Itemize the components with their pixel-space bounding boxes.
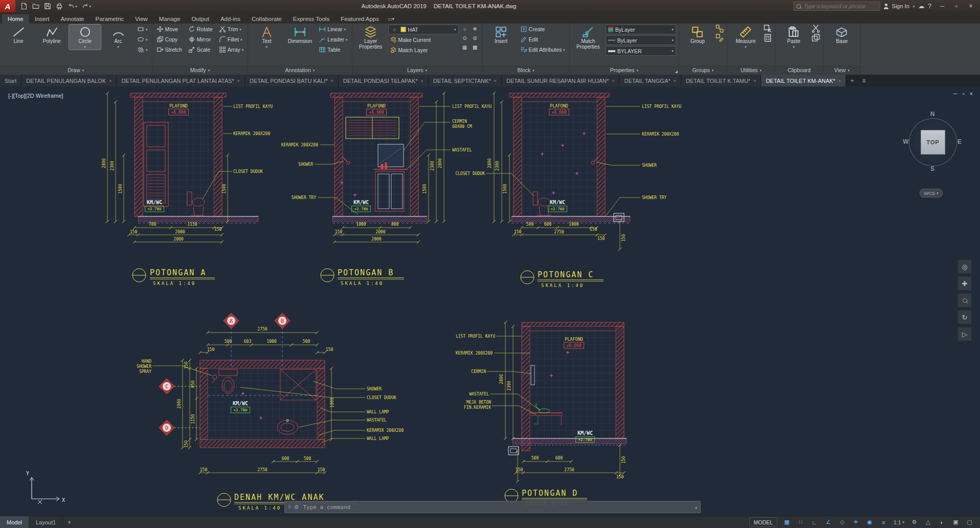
command-input[interactable]: [302, 503, 692, 511]
viewcube[interactable]: N W E S TOP: [903, 110, 963, 170]
file-tab-detail-tangga[interactable]: DETAIL TANGGA*×: [619, 75, 681, 86]
tab-close-icon[interactable]: ×: [838, 78, 841, 83]
panel-label-view[interactable]: View▾: [823, 65, 860, 75]
ribbon-polyline-button[interactable]: Polyline: [36, 25, 68, 46]
tab-close-icon[interactable]: ×: [421, 78, 424, 83]
viewcube-top-face[interactable]: TOP: [921, 130, 945, 155]
ribbon-match-layer-button[interactable]: Match Layer: [388, 46, 459, 55]
ribbon-quick-calc-button[interactable]: [763, 34, 772, 42]
command-line[interactable]: ⠿ ⚙ ▴: [284, 501, 701, 513]
panel-label-clipboard[interactable]: Clipboard: [775, 65, 823, 75]
ribbon-tab-home[interactable]: Home: [2, 14, 29, 24]
ribbon-leader-button[interactable]: Leader▾: [317, 35, 349, 44]
ribbon-group-button[interactable]: Group: [682, 25, 714, 46]
ribbon-move-button[interactable]: Move: [155, 25, 184, 34]
panel-label-layers[interactable]: Layers▾: [352, 65, 482, 75]
ribbon-paste-button[interactable]: Paste▾: [778, 25, 810, 50]
search-input[interactable]: [803, 3, 877, 10]
viewcube-west[interactable]: W: [903, 138, 908, 145]
ribbon-make-current-button[interactable]: Make Current: [388, 35, 459, 45]
ribbon-tab-view[interactable]: View: [129, 14, 153, 24]
a360-cloud-icon[interactable]: ☁: [918, 3, 924, 9]
tab-close-icon[interactable]: ×: [494, 78, 497, 83]
dialog-launcher-icon[interactable]: ◢: [675, 70, 677, 74]
ribbon-circle-button[interactable]: Circle▾: [69, 25, 101, 50]
ribbon-mirror-button[interactable]: Mirror: [187, 35, 214, 44]
layer-tool-icon[interactable]: ⊙: [460, 34, 470, 42]
plot-button[interactable]: [54, 2, 65, 11]
object-snap-toggle[interactable]: ◉: [863, 517, 876, 527]
object-isolate-toggle[interactable]: ◐: [936, 517, 948, 527]
ribbon-ungroup-button[interactable]: [715, 25, 724, 33]
tab-close-icon[interactable]: ×: [753, 78, 756, 83]
ribbon-tab-collaborate[interactable]: Collaborate: [246, 14, 287, 24]
new-drawing-tab-button[interactable]: +: [846, 75, 858, 86]
ribbon-cut-button[interactable]: [811, 25, 820, 33]
new-layout-button[interactable]: +: [63, 516, 76, 528]
help-icon[interactable]: ?: [928, 3, 931, 9]
file-tab-detail-toilet-k-tamu[interactable]: DETAIL TOILET K.TAMU*×: [681, 75, 762, 86]
ribbon-copy-clip-button[interactable]: [811, 34, 820, 42]
ribbon-scale-button[interactable]: Scale: [187, 45, 214, 54]
tab-close-icon[interactable]: ×: [237, 78, 240, 83]
layer-tool-icon[interactable]: ⊘: [471, 34, 480, 42]
ribbon-rotate-button[interactable]: Rotate: [187, 25, 214, 34]
file-tab-detail-pondasi-telapak[interactable]: DETAIL PONDASI TELAPAK*×: [339, 75, 429, 86]
model-space-button[interactable]: MODEL: [749, 517, 777, 527]
annotation-scale-button[interactable]: 1:1▾: [891, 519, 907, 525]
tab-close-icon[interactable]: ×: [612, 78, 614, 83]
ribbon-fillet-button[interactable]: Fillet▾: [217, 35, 246, 44]
autocad-logo-button[interactable]: A: [0, 0, 15, 12]
panel-label-modify[interactable]: Modify▾: [152, 65, 248, 75]
command-line-grip-icon[interactable]: ⠿: [288, 504, 291, 510]
layer-tool-icon[interactable]: ☼: [460, 25, 470, 33]
hardware-acceleration-toggle[interactable]: ▣: [949, 517, 962, 527]
viewport-restore-icon[interactable]: ▫: [963, 91, 965, 97]
search-box[interactable]: [793, 2, 880, 11]
tab-close-icon[interactable]: ×: [109, 78, 112, 83]
ribbon-tab-parametric[interactable]: Parametric: [90, 14, 130, 24]
object-color-select[interactable]: ByLayer▾: [606, 25, 676, 34]
viewcube-north[interactable]: N: [930, 111, 935, 118]
drawing-canvas[interactable]: PLAFOND+6.660LIST PROFIL KAYUKERAMIK 200…: [0, 86, 980, 516]
orbit-icon[interactable]: ↻: [957, 310, 972, 324]
ribbon-base-button[interactable]: Base: [826, 25, 858, 46]
redo-button[interactable]: ▾: [80, 2, 94, 11]
ribbon-stretch-button[interactable]: Stretch: [155, 45, 184, 54]
command-line-customize-icon[interactable]: ⚙: [294, 504, 299, 511]
panel-label-utilities[interactable]: Utilities▾: [727, 65, 775, 75]
panel-label-groups[interactable]: Groups▾: [679, 65, 727, 75]
ribbon-tab-express-tools[interactable]: Express Tools: [287, 14, 335, 24]
viewcube-east[interactable]: E: [957, 138, 962, 145]
ribbon-measure-button[interactable]: Measure▾: [730, 25, 762, 50]
ribbon-copy-button[interactable]: Copy: [155, 35, 184, 44]
ribbon-hatch-button[interactable]: ▾: [136, 45, 149, 54]
viewcube-south[interactable]: S: [930, 165, 934, 172]
file-tab-detail-pondasi-batu-kali[interactable]: DETAIL PONDASI BATU KALI*×: [245, 75, 339, 86]
ribbon-edit-attributes-button[interactable]: Edit Attributes▾: [519, 45, 567, 54]
ribbon-insert-button[interactable]: Insert: [485, 25, 517, 46]
layer-tool-icon[interactable]: ▩: [471, 43, 480, 51]
save-file-button[interactable]: [42, 2, 53, 11]
panel-label-draw[interactable]: Draw▾: [0, 65, 152, 75]
file-tab-detail-sumur-resapan-air-hujan[interactable]: DETAIL SUMUR RESAPAN AIR HUJAN*×: [502, 75, 620, 86]
file-tab-detail-septictank[interactable]: DETAIL SEPTICTANK*×: [429, 75, 502, 86]
ortho-mode-toggle[interactable]: ∟: [808, 517, 821, 527]
annotation-monitor-toggle[interactable]: △: [922, 517, 934, 527]
ribbon-linear-button[interactable]: Linear▾: [317, 25, 349, 34]
ribbon-match-properties-button[interactable]: Match Properties: [572, 25, 604, 51]
ribbon-tab-output[interactable]: Output: [186, 14, 215, 24]
ribbon-arc-button[interactable]: Arc▾: [102, 25, 134, 50]
sign-in-caret-icon[interactable]: ▾: [913, 5, 915, 8]
ribbon-tab-add-ins[interactable]: Add-ins: [215, 14, 246, 24]
ribbon-tab-annotate[interactable]: Annotate: [55, 14, 90, 24]
ribbon-line-button[interactable]: Line: [3, 25, 34, 46]
ribbon-ellipse-button[interactable]: ▾: [136, 35, 149, 44]
ribbon-create-button[interactable]: Create: [519, 25, 567, 34]
undo-button[interactable]: ▾: [65, 2, 79, 11]
ribbon-trim-button[interactable]: Trim▾: [217, 25, 246, 34]
layer-select[interactable]: ☼HAT▾: [388, 25, 459, 34]
minimize-button[interactable]: ─: [935, 0, 949, 12]
layer-tool-icon[interactable]: ▦: [460, 43, 470, 51]
wcs-selector[interactable]: WCS▾: [920, 189, 943, 197]
